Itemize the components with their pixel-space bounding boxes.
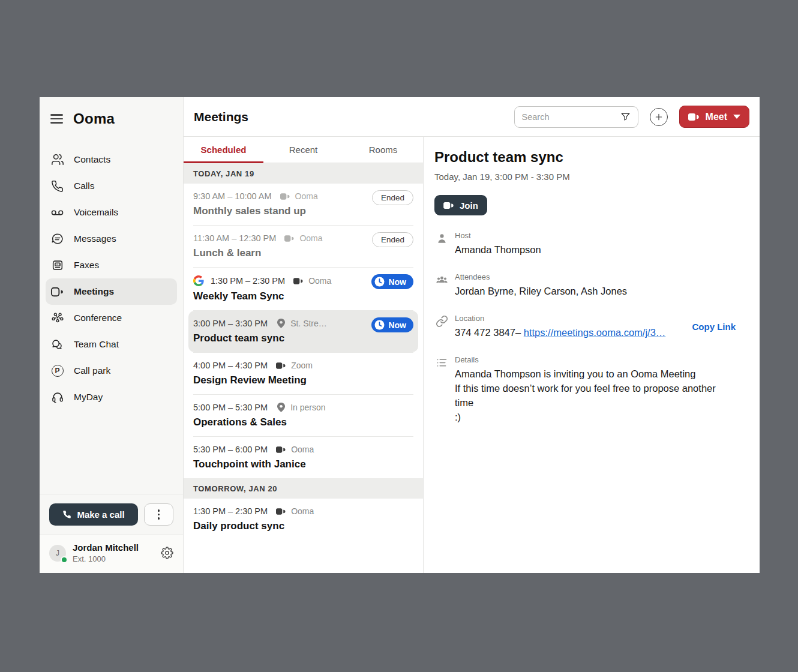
meeting-detail-title: Product team sync — [434, 149, 736, 166]
add-meeting-button[interactable] — [650, 108, 668, 126]
phone-icon — [50, 179, 64, 193]
hamburger-menu-icon[interactable] — [50, 114, 63, 123]
contacts-icon — [50, 153, 64, 167]
sidebar-item-faxes[interactable]: Faxes — [40, 252, 183, 278]
meeting-detail-datetime: Today, Jan 19, 3:00 PM - 3:30 PM — [434, 172, 736, 182]
search-box[interactable] — [514, 106, 638, 128]
meeting-platform: Zoom — [291, 361, 313, 370]
sidebar-item-voicemails[interactable]: Voicemails — [40, 199, 183, 226]
filter-icon[interactable] — [620, 111, 631, 122]
sidebar: Ooma Contacts Calls Voicemails — [40, 97, 184, 573]
sidebar-item-meetings[interactable]: Meetings — [46, 278, 177, 305]
parking-icon: P — [50, 364, 64, 378]
list-item[interactable]: 5:00 PM – 5:30 PM In person Operations &… — [184, 395, 423, 436]
chevron-down-icon — [733, 115, 740, 119]
location-pin-icon — [277, 319, 285, 328]
meeting-time: 9:30 AM – 10:00 AM — [193, 191, 272, 201]
meeting-title: Lunch & learn — [193, 247, 368, 259]
meeting-time: 11:30 AM – 12:30 PM — [193, 233, 276, 243]
sidebar-item-conference[interactable]: Conference — [40, 305, 183, 331]
section-header-today: TODAY, JAN 19 — [184, 163, 423, 184]
sidebar-item-messages[interactable]: Messages — [40, 226, 183, 252]
page-title: Meetings — [194, 110, 248, 124]
list-item[interactable]: 4:00 PM – 4:30 PM Zoom Design Review Mee… — [184, 353, 423, 394]
meeting-id: 374 472 3847– — [455, 327, 521, 338]
sidebar-item-label: Faxes — [74, 260, 99, 271]
sidebar-item-contacts[interactable]: Contacts — [40, 146, 183, 173]
meeting-platform: Ooma — [291, 506, 314, 516]
app-window: Ooma Contacts Calls Voicemails — [40, 97, 760, 573]
more-options-button[interactable] — [144, 503, 173, 526]
meeting-title: Monthly sales stand up — [193, 205, 368, 217]
sidebar-item-myday[interactable]: MyDay — [40, 384, 183, 410]
fax-icon — [50, 259, 64, 272]
sidebar-item-label: Contacts — [74, 154, 110, 165]
meeting-title: Product team sync — [193, 332, 368, 344]
ended-badge: Ended — [372, 190, 413, 205]
list-item[interactable]: 1:30 PM – 2:30 PM Ooma Weekly Team Sync … — [184, 268, 423, 310]
sidebar-item-label: Meetings — [74, 286, 114, 297]
tab-bar: Scheduled Recent Rooms — [184, 137, 423, 163]
sidebar-nav: Contacts Calls Voicemails Messages — [40, 146, 183, 410]
tab-scheduled[interactable]: Scheduled — [184, 137, 263, 163]
location-pin-icon — [277, 403, 285, 412]
avatar: J — [49, 545, 66, 562]
conference-icon — [50, 311, 64, 325]
meeting-time: 5:00 PM – 5:30 PM — [193, 403, 268, 412]
meeting-title: Weekly Team Sync — [193, 290, 368, 302]
details-label: Details — [455, 355, 722, 364]
video-camera-icon — [443, 202, 454, 209]
sidebar-item-label: Call park — [74, 365, 110, 376]
camera-icon — [276, 362, 286, 370]
camera-icon — [276, 446, 286, 454]
list-item[interactable]: 5:30 PM – 6:00 PM Ooma Touchpoint with J… — [184, 437, 423, 478]
video-camera-icon — [688, 113, 700, 121]
join-button[interactable]: Join — [434, 195, 487, 215]
details-line: :) — [455, 410, 722, 424]
location-label: Location — [455, 314, 665, 323]
sidebar-item-team-chat[interactable]: Team Chat — [40, 331, 183, 358]
copy-link-button[interactable]: Copy Link — [692, 322, 736, 332]
meeting-platform: Ooma — [299, 233, 322, 243]
now-badge: Now — [371, 274, 413, 289]
sidebar-item-call-park[interactable]: P Call park — [40, 358, 183, 384]
host-name: Amanda Thompson — [455, 242, 541, 257]
sidebar-item-label: Calls — [74, 181, 94, 191]
make-a-call-label: Make a call — [77, 509, 124, 520]
camera-icon — [280, 193, 290, 200]
meeting-platform: Ooma — [295, 191, 318, 201]
tab-recent[interactable]: Recent — [263, 137, 343, 163]
now-badge: Now — [371, 317, 413, 332]
list-item-selected[interactable]: 3:00 PM – 3:30 PM St. Stre… Product team… — [188, 311, 418, 352]
sidebar-item-calls[interactable]: Calls — [40, 173, 183, 199]
sidebar-item-label: Team Chat — [74, 339, 119, 350]
list-item[interactable]: 1:30 PM – 2:30 PM Ooma Daily product syn… — [184, 499, 423, 540]
meeting-title: Touchpoint with Janice — [193, 458, 368, 470]
tab-rooms[interactable]: Rooms — [343, 137, 423, 163]
meeting-time: 5:30 PM – 6:00 PM — [193, 445, 268, 454]
meet-button[interactable]: Meet — [679, 106, 749, 128]
meeting-title: Design Review Meeting — [193, 374, 368, 386]
meeting-title: Daily product sync — [193, 520, 368, 532]
online-status-dot — [61, 556, 68, 563]
group-icon — [434, 272, 449, 286]
list-item[interactable]: 11:30 AM – 12:30 PM Ooma Lunch & learn E… — [184, 226, 423, 267]
meeting-detail-pane: Product team sync Today, Jan 19, 3:00 PM… — [424, 137, 760, 573]
ooma-logo: Ooma — [73, 110, 115, 127]
meetings-list[interactable]: TODAY, JAN 19 9:30 AM – 10:00 AM Ooma Mo… — [184, 163, 423, 573]
plus-icon — [654, 112, 664, 122]
host-label: Host — [455, 231, 541, 240]
user-name: Jordan Mitchell — [73, 542, 139, 553]
search-input[interactable] — [522, 112, 615, 122]
ended-badge: Ended — [372, 232, 413, 247]
settings-gear-icon[interactable] — [161, 547, 173, 559]
attendees-names: Jordan Byrne, Riley Carson, Ash Jones — [455, 284, 627, 298]
meeting-platform: St. Stre… — [290, 319, 327, 328]
google-calendar-icon — [193, 275, 204, 286]
message-icon — [50, 232, 64, 246]
chat-bubbles-icon — [50, 338, 64, 352]
meeting-link[interactable]: https://meetings.ooma.com/j/3… — [524, 327, 666, 338]
make-a-call-button[interactable]: Make a call — [49, 503, 138, 526]
list-item[interactable]: 9:30 AM – 10:00 AM Ooma Monthly sales st… — [184, 184, 423, 225]
meet-label: Meet — [706, 112, 727, 122]
